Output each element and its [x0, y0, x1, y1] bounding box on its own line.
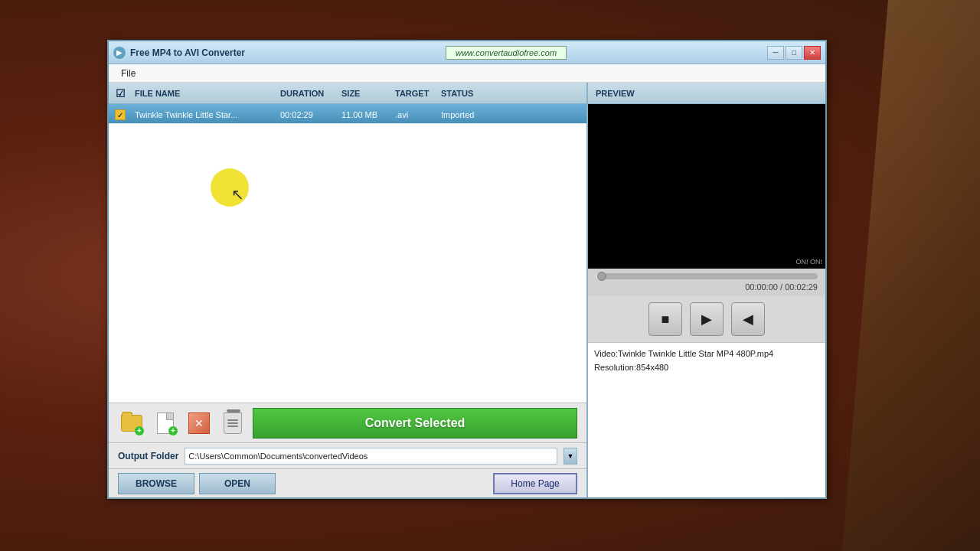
- open-button[interactable]: OPEN: [199, 473, 276, 494]
- resolution-info-text: Resolution:854x480: [594, 361, 819, 375]
- open-label: OPEN: [224, 478, 250, 489]
- add-file-badge-icon: +: [168, 426, 178, 435]
- output-folder-row: Output Folder ▼: [109, 442, 586, 468]
- browse-button[interactable]: BROWSE: [118, 473, 194, 494]
- video-info-text: Video:Twinkle Twinkle Little Star MP4 48…: [594, 347, 819, 361]
- app-title: Free MP4 to AVI Converter: [130, 47, 245, 58]
- time-separator: /: [780, 282, 782, 292]
- app-window: ▶ Free MP4 to AVI Converter www.converta…: [107, 40, 827, 499]
- menu-file[interactable]: File: [115, 67, 142, 80]
- row-size: 11.00 MB: [338, 107, 392, 121]
- row-duration: 00:02:29: [277, 107, 338, 121]
- browse-label: BROWSE: [136, 478, 177, 489]
- table-row[interactable]: ✓ Twinkle Twinkle Little Star... 00:02:2…: [109, 104, 586, 124]
- col-status-header: STATUS: [438, 89, 586, 98]
- time-total: 00:02:29: [785, 282, 818, 292]
- back-icon: ◀: [743, 311, 753, 328]
- preview-header: PREVIEW: [588, 83, 825, 104]
- progress-track[interactable]: [596, 273, 818, 279]
- preview-overlay: ON! ON!: [795, 258, 822, 266]
- preview-video: ON! ON!: [588, 104, 825, 269]
- preview-panel: PREVIEW ON! ON! 00:00:00 / 00:02:29: [588, 83, 825, 497]
- file-list-body: ✓ Twinkle Twinkle Little Star... 00:02:2…: [109, 104, 586, 403]
- trash-icon: [224, 412, 242, 434]
- menu-bar: File: [109, 64, 825, 83]
- main-content: ☑ FILE NAME DURATION SIZE TARGET STATUS …: [109, 83, 825, 497]
- bottom-row: BROWSE OPEN Home Page: [109, 468, 586, 497]
- preview-progress: 00:00:00 / 00:02:29: [588, 269, 825, 296]
- homepage-button[interactable]: Home Page: [493, 473, 577, 494]
- website-label: www.convertaudiofree.com: [446, 46, 567, 60]
- time-current: 00:00:00: [745, 282, 778, 292]
- stop-icon: ■: [662, 311, 670, 328]
- output-path-input[interactable]: [185, 448, 557, 465]
- add-file-button[interactable]: +: [152, 409, 179, 437]
- col-filename-header: FILE NAME: [132, 89, 277, 98]
- preview-title: PREVIEW: [596, 89, 635, 98]
- output-dropdown-button[interactable]: ▼: [564, 448, 577, 465]
- homepage-label: Home Page: [511, 478, 559, 489]
- col-target-header: TARGET: [392, 89, 438, 98]
- col-size-header: SIZE: [338, 89, 392, 98]
- play-icon: ▶: [701, 311, 712, 328]
- row-status: Imported: [438, 107, 586, 121]
- col-check-header: ☑: [109, 87, 132, 99]
- row-checkbox[interactable]: ✓: [109, 107, 132, 121]
- convert-label: Convert Selected: [365, 416, 466, 430]
- title-left: ▶ Free MP4 to AVI Converter: [113, 47, 245, 59]
- clear-icon: ✕: [188, 412, 210, 434]
- play-button[interactable]: ▶: [690, 302, 724, 336]
- file-panel: ☑ FILE NAME DURATION SIZE TARGET STATUS …: [109, 83, 588, 497]
- app-icon: ▶: [113, 47, 126, 59]
- col-duration-header: DURATION: [277, 89, 338, 98]
- time-display: 00:00:00 / 00:02:29: [596, 282, 818, 292]
- convert-selected-button[interactable]: Convert Selected: [253, 408, 577, 439]
- clear-button[interactable]: ✕: [185, 409, 213, 437]
- cursor-indicator: [211, 168, 249, 207]
- add-folder-button[interactable]: +: [118, 409, 145, 437]
- progress-thumb: [597, 272, 606, 281]
- maximize-button[interactable]: □: [786, 46, 802, 60]
- close-button[interactable]: ✕: [804, 46, 821, 60]
- back-button[interactable]: ◀: [731, 302, 765, 336]
- row-target: .avi: [392, 107, 438, 121]
- window-controls: ─ □ ✕: [767, 46, 821, 60]
- title-bar: ▶ Free MP4 to AVI Converter www.converta…: [109, 41, 825, 64]
- delete-button[interactable]: [219, 409, 247, 437]
- checked-icon: ✓: [115, 109, 126, 120]
- minimize-button[interactable]: ─: [767, 46, 784, 60]
- preview-controls: ■ ▶ ◀: [588, 296, 825, 342]
- preview-info: Video:Twinkle Twinkle Little Star MP4 48…: [588, 342, 825, 497]
- stop-button[interactable]: ■: [648, 302, 682, 336]
- add-badge-icon: +: [135, 426, 144, 435]
- row-filename: Twinkle Twinkle Little Star...: [132, 107, 277, 121]
- output-folder-label: Output Folder: [118, 451, 178, 461]
- toolbar: + + ✕: [109, 403, 586, 442]
- file-list-header: ☑ FILE NAME DURATION SIZE TARGET STATUS: [109, 83, 586, 104]
